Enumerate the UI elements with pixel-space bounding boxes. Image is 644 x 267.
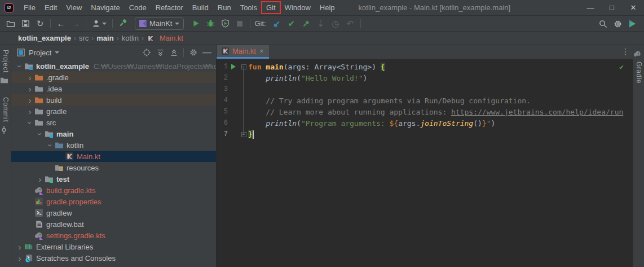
git-history-button[interactable]: ◷ [328, 17, 343, 30]
tree-item-external-libraries[interactable]: ›External Libraries [11, 241, 216, 252]
build-button[interactable] [116, 17, 130, 30]
project-panel-title[interactable]: Project [29, 49, 51, 57]
git-commit-button[interactable]: ✔ [284, 17, 299, 30]
chevron-down-icon[interactable]: › [36, 129, 45, 138]
tree-item-settings-gradle-kts[interactable]: settings.gradle.kts [11, 230, 216, 241]
code-line-1[interactable]: 1−fun main(args: Array<String>) { [217, 61, 633, 72]
breadcrumb-kotlin[interactable]: kotlin [122, 34, 139, 42]
fold-marker-end[interactable]: − [239, 132, 248, 137]
debug-button[interactable] [203, 17, 218, 30]
breadcrumb-kotlin-example[interactable]: kotlin_example [18, 34, 71, 42]
menu-window[interactable]: Window [281, 2, 315, 13]
close-button[interactable]: ✕ [623, 0, 644, 15]
left-tool-stripe: ProjectCommit [0, 45, 11, 267]
tool-stripe-gradle[interactable]: Gradle [633, 50, 644, 84]
tree-item-test[interactable]: ›test [11, 173, 216, 185]
menu-build[interactable]: Build [188, 2, 213, 13]
menu-refactor[interactable]: Refactor [152, 2, 187, 13]
fold-marker-start[interactable]: − [239, 64, 248, 69]
run-configuration-select[interactable]: MainKt [135, 17, 184, 30]
git-rollback-button[interactable]: ↶ [343, 17, 358, 30]
code-line-3[interactable]: 3 [217, 84, 633, 95]
menu-run[interactable]: Run [214, 2, 235, 13]
menu-code[interactable]: Code [125, 2, 151, 13]
code-line-6[interactable]: 6 println("Program arguments: ${args.joi… [217, 117, 633, 129]
tree-item-main[interactable]: ›main [11, 128, 216, 139]
tree-item-gradlew-bat[interactable]: gradlew.bat [11, 218, 216, 230]
code-line-2[interactable]: 2 println("Hello World!") [217, 72, 633, 84]
inspections-ok-icon[interactable]: ✔ [619, 63, 624, 71]
menu-tools[interactable]: Tools [236, 2, 261, 13]
menu-git[interactable]: Git [262, 2, 280, 13]
tree-item-src[interactable]: ›src [11, 117, 216, 128]
chevron-right-icon[interactable]: › [25, 85, 34, 93]
save-button[interactable] [18, 17, 33, 30]
tool-stripe-commit[interactable]: Commit [0, 97, 11, 134]
maximize-button[interactable]: □ [601, 0, 623, 15]
breadcrumb-src[interactable]: src [79, 34, 89, 42]
profile-button[interactable] [89, 17, 109, 30]
coverage-button[interactable] [218, 17, 232, 30]
tree-item-resources[interactable]: resources [11, 162, 216, 173]
chevron-right-icon[interactable]: › [36, 175, 45, 183]
menu-file[interactable]: File [20, 2, 39, 13]
chevron-down-icon[interactable]: › [16, 62, 24, 71]
tab-main-kt[interactable]: Main.kt × [217, 45, 269, 59]
line-number: 2 [217, 74, 228, 82]
tab-options-icon[interactable]: ⋮ [621, 47, 629, 56]
code-line-5[interactable]: 5 // Learn more about running applicatio… [217, 106, 633, 117]
run-button[interactable] [188, 17, 203, 30]
tree-item-gradlew[interactable]: gradlew [11, 207, 216, 218]
code-line-7[interactable]: 7−} [217, 129, 633, 140]
tree-item-idea[interactable]: ›.idea [11, 83, 216, 94]
panel-settings-button[interactable] [187, 46, 200, 59]
chevron-down-icon[interactable] [55, 51, 59, 54]
expand-all-button[interactable] [153, 46, 167, 59]
tree-item-scratches-and-consoles[interactable]: ›Scratches and Consoles [11, 252, 216, 264]
menu-view[interactable]: View [62, 2, 86, 13]
back-arrow-icon: ← [57, 19, 65, 28]
menu-help[interactable]: Help [316, 2, 339, 13]
breadcrumb-main[interactable]: main [96, 34, 113, 42]
tree-item-build-gradle-kts[interactable]: build.gradle.kts [11, 185, 216, 196]
code-editor[interactable]: ✔ 1−fun main(args: Array<String>) {2 pri… [217, 59, 633, 267]
git-patch-button[interactable]: ⇣ [314, 17, 328, 30]
collapse-all-button[interactable] [167, 46, 180, 59]
menu-edit[interactable]: Edit [41, 2, 61, 13]
code-with-me-button[interactable] [625, 17, 639, 30]
tree-item-gradle-properties[interactable]: gradle.properties [11, 196, 216, 207]
chevron-right-icon[interactable]: › [25, 107, 34, 116]
settings-button[interactable] [610, 17, 625, 30]
tool-stripe-project[interactable]: Project [0, 50, 11, 85]
tree-item-kotlin[interactable]: ›kotlin [11, 139, 216, 151]
tree-item-kotlin-example[interactable]: ›kotlin_exampleC:₩Users₩James₩IdeaProjec… [11, 60, 216, 72]
close-tab-icon[interactable]: × [259, 47, 264, 55]
chevron-right-icon[interactable]: › [15, 243, 24, 251]
forward-button[interactable]: → [68, 17, 83, 30]
chevron-right-icon[interactable]: › [25, 96, 34, 104]
chevron-right-icon[interactable]: › [25, 73, 34, 82]
git-push-button[interactable]: ↗ [299, 17, 314, 30]
locate-file-button[interactable] [140, 46, 153, 59]
run-line-button[interactable] [228, 64, 239, 69]
hide-panel-button[interactable]: — [200, 46, 214, 59]
stop-button[interactable] [232, 17, 247, 30]
tree-item-label: build [46, 96, 61, 104]
folder-excluded-icon [34, 73, 43, 82]
menu-navigate[interactable]: Navigate [87, 2, 123, 13]
tree-item-gradle[interactable]: ›gradle [11, 106, 216, 117]
chevron-right-icon[interactable]: › [15, 254, 24, 262]
tree-item-gradle[interactable]: ›.gradle [11, 72, 216, 83]
chevron-down-icon[interactable]: › [46, 141, 55, 150]
open-button[interactable] [3, 17, 18, 30]
back-button[interactable]: ← [54, 17, 68, 30]
git-update-button[interactable]: ↙ [270, 17, 284, 30]
tree-item-main-kt[interactable]: Main.kt [11, 151, 216, 162]
sync-button[interactable]: ↻ [33, 17, 47, 30]
chevron-down-icon[interactable]: › [26, 118, 34, 127]
tree-item-build[interactable]: ›build [11, 94, 216, 106]
minimize-button[interactable]: — [580, 0, 601, 15]
code-line-4[interactable]: 4 // Try adding program arguments via Ru… [217, 95, 633, 106]
search-everywhere-button[interactable] [596, 17, 610, 30]
breadcrumb-main-kt[interactable]: Main.kt [147, 34, 183, 42]
